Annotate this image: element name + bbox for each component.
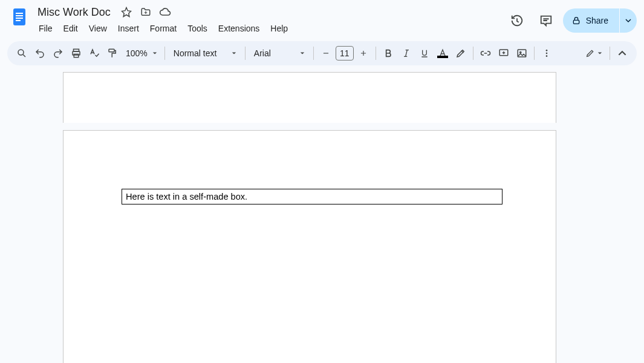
- redo-icon[interactable]: [50, 45, 67, 62]
- caret-down-icon: [597, 51, 602, 56]
- cloud-status-icon[interactable]: [158, 5, 172, 19]
- docs-logo[interactable]: [7, 5, 31, 29]
- separator: [534, 47, 535, 60]
- highlight-button[interactable]: [452, 45, 469, 62]
- more-toolbar-button[interactable]: [538, 45, 555, 62]
- menu-insert[interactable]: Insert: [113, 21, 144, 36]
- box-text[interactable]: Here is text in a self-made box.: [126, 192, 247, 201]
- collapse-toolbar-button[interactable]: [614, 45, 631, 62]
- toolbar: 100% Normal text Arial: [7, 41, 637, 65]
- menu-extensions[interactable]: Extensions: [213, 21, 264, 36]
- svg-point-13: [519, 51, 521, 53]
- share-button[interactable]: Share: [563, 8, 619, 33]
- separator: [313, 47, 314, 60]
- caret-down-icon: [152, 51, 157, 56]
- menu-help[interactable]: Help: [265, 21, 293, 36]
- text-color-swatch: [437, 56, 448, 58]
- menu-bar: File Edit View Insert Format Tools Exten…: [34, 19, 505, 38]
- svg-point-16: [545, 55, 547, 57]
- comments-icon[interactable]: [534, 8, 558, 33]
- separator: [376, 47, 376, 60]
- svg-rect-4: [16, 20, 21, 21]
- svg-point-15: [545, 53, 547, 54]
- separator: [245, 47, 246, 60]
- underline-button[interactable]: [416, 45, 433, 62]
- font-family-value: Arial: [254, 48, 271, 58]
- svg-rect-1: [16, 13, 23, 14]
- share-dropdown[interactable]: [620, 8, 637, 33]
- paint-format-icon[interactable]: [104, 45, 121, 62]
- page[interactable]: Here is text in a self-made box.: [63, 130, 556, 363]
- zoom-value: 100%: [126, 48, 148, 58]
- insert-image-button[interactable]: [513, 45, 530, 62]
- svg-rect-2: [16, 15, 23, 16]
- menu-edit[interactable]: Edit: [59, 21, 83, 36]
- svg-rect-3: [16, 18, 23, 19]
- lock-icon: [571, 16, 581, 25]
- separator: [473, 47, 473, 60]
- move-icon[interactable]: [138, 5, 153, 19]
- document-canvas[interactable]: Here is text in a self-made box.: [0, 71, 644, 363]
- text-color-button[interactable]: [434, 45, 451, 62]
- increase-font-size-button[interactable]: [355, 45, 372, 62]
- bold-button[interactable]: [380, 45, 397, 62]
- caret-down-icon: [300, 51, 305, 56]
- star-icon[interactable]: [119, 5, 134, 19]
- zoom-dropdown[interactable]: 100%: [122, 45, 161, 62]
- menu-format[interactable]: Format: [145, 21, 181, 36]
- caret-down-icon: [625, 18, 631, 24]
- caret-down-icon: [232, 51, 236, 56]
- undo-icon[interactable]: [31, 45, 48, 62]
- font-family-dropdown[interactable]: Arial: [249, 45, 310, 62]
- font-size-input[interactable]: [336, 46, 354, 60]
- menu-file[interactable]: File: [34, 21, 57, 36]
- insert-link-button[interactable]: [477, 45, 494, 62]
- add-comment-button[interactable]: [495, 45, 512, 62]
- bordered-paragraph[interactable]: Here is text in a self-made box.: [122, 189, 503, 204]
- svg-point-14: [545, 50, 547, 51]
- app-header: Misc Work Doc File Edit View Insert Form…: [0, 0, 644, 38]
- paragraph-style-dropdown[interactable]: Normal text: [169, 45, 241, 62]
- doc-title[interactable]: Misc Work Doc: [34, 5, 114, 20]
- separator: [610, 47, 610, 60]
- svg-point-6: [18, 50, 24, 55]
- page-previous-bottom[interactable]: [63, 72, 556, 123]
- svg-rect-0: [13, 8, 25, 25]
- share-label: Share: [586, 16, 608, 25]
- editing-mode-button[interactable]: [582, 45, 606, 62]
- spellcheck-icon[interactable]: [86, 45, 103, 62]
- decrease-font-size-button[interactable]: [317, 45, 334, 62]
- svg-rect-5: [573, 20, 579, 24]
- menu-tools[interactable]: Tools: [183, 21, 212, 36]
- svg-rect-10: [109, 49, 114, 52]
- menu-view[interactable]: View: [84, 21, 112, 36]
- italic-button[interactable]: [398, 45, 415, 62]
- search-menus-icon[interactable]: [13, 45, 30, 62]
- print-icon[interactable]: [68, 45, 85, 62]
- history-icon[interactable]: [505, 8, 529, 33]
- paragraph-style-value: Normal text: [174, 48, 217, 58]
- separator: [164, 47, 165, 60]
